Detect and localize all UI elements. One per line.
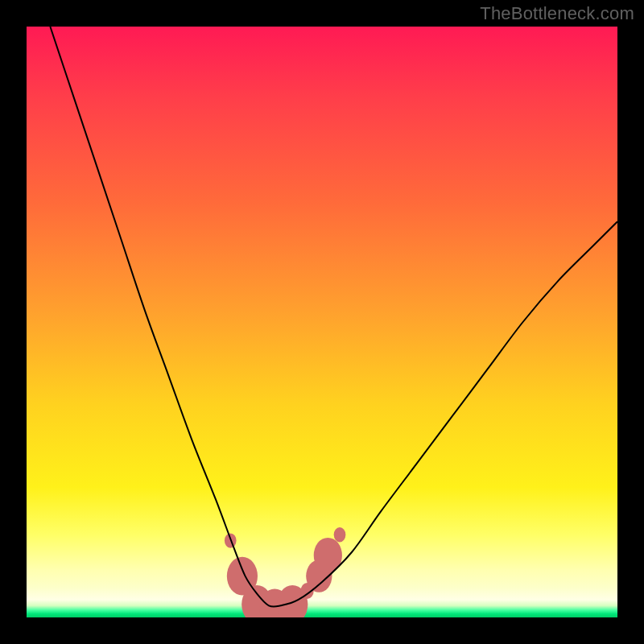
watermark-text: TheBottleneck.com [480,3,634,24]
bottleneck-curve-line [50,27,617,607]
plot-area [27,27,617,617]
outer-frame: TheBottleneck.com [0,0,644,644]
chart-svg [27,27,617,617]
right-dot-upper [334,527,346,542]
